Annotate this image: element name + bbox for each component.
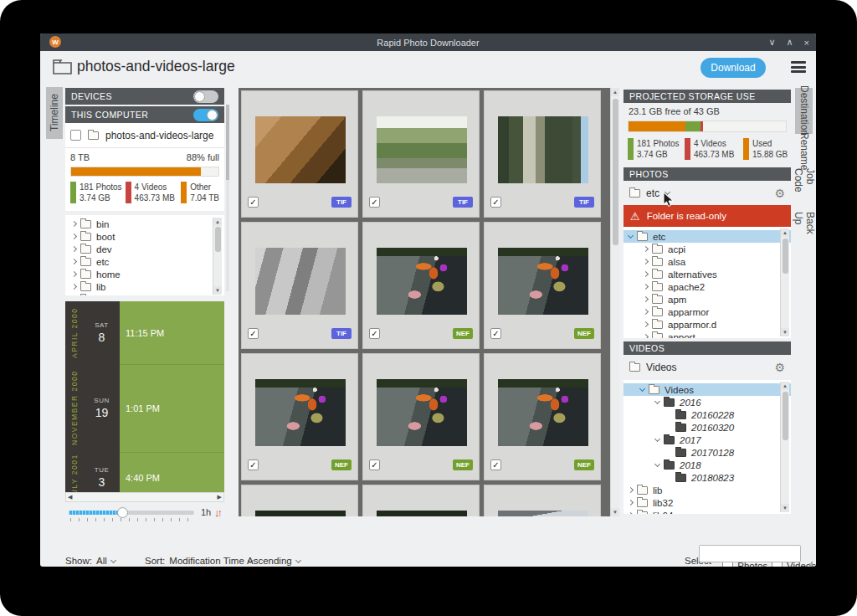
tab-back-up[interactable]: Back Up: [795, 212, 813, 249]
folder-icon: [675, 449, 686, 457]
tree-row[interactable]: 2016: [624, 396, 791, 408]
tree-row[interactable]: 2018: [624, 459, 791, 471]
timeline[interactable]: APRIL 2000 SAT8 11:15 PM NOVEMBER 2000 S…: [65, 301, 224, 492]
maximize-button[interactable]: ∧: [787, 37, 793, 48]
minimize-button[interactable]: ∨: [768, 37, 775, 48]
tree-row-selected[interactable]: Videos: [624, 383, 791, 396]
menu-icon[interactable]: [791, 61, 806, 73]
thumbnail[interactable]: [362, 485, 480, 516]
legend-other: Other7.04 TB: [181, 182, 219, 203]
resize-grip[interactable]: [807, 562, 813, 567]
tree-row[interactable]: home: [65, 268, 224, 280]
gear-icon[interactable]: ⚙: [774, 362, 785, 373]
chevron-right-icon: [643, 296, 649, 302]
timeline-horizontal-scrollbar[interactable]: ◀▶: [65, 492, 224, 502]
this-computer-label: THIS COMPUTER: [71, 110, 148, 120]
tab-rename[interactable]: Rename: [795, 135, 813, 168]
tree-row-selected[interactable]: etc: [624, 230, 791, 243]
tree-row[interactable]: apm: [624, 293, 791, 305]
source-panel-scrollbar[interactable]: [226, 105, 229, 291]
timeline-row[interactable]: NOVEMBER 2000 SUN19 1:01 PM: [65, 364, 224, 452]
folder-icon: [652, 333, 663, 339]
show-filter[interactable]: Show: All: [65, 556, 115, 566]
tree-scrollbar[interactable]: ▲▼: [780, 228, 789, 336]
gear-icon[interactable]: ⚙: [774, 187, 785, 199]
timeline-row[interactable]: JULY 2001 TUE3 4:40 PM: [65, 452, 224, 492]
source-folder-row[interactable]: photos-and-videos-large: [65, 123, 224, 148]
tree-row[interactable]: 2017: [624, 434, 791, 446]
tree-row[interactable]: bin: [65, 218, 224, 230]
tree-row[interactable]: 20170128: [624, 446, 791, 459]
chevron-down-icon: [628, 233, 634, 239]
photos-destination-selector[interactable]: etc ⚙: [624, 182, 791, 204]
status-input[interactable]: [699, 545, 801, 562]
folder-icon: [652, 308, 663, 316]
thumbnail[interactable]: [484, 485, 601, 516]
thumbnail-checkbox[interactable]: [248, 197, 259, 208]
tree-row[interactable]: 20160320: [624, 421, 791, 434]
tree-row[interactable]: boot: [65, 230, 224, 243]
tree-row[interactable]: etc: [65, 255, 224, 268]
grid-scrollbar[interactable]: ▲▼: [610, 88, 619, 516]
thumbnail[interactable]: NEF: [241, 353, 358, 480]
slider-knob[interactable]: [117, 507, 128, 518]
videos-destination-selector[interactable]: Videos ⚙: [624, 356, 791, 378]
timeline-month: JULY 2001: [65, 452, 84, 492]
timeline-row[interactable]: APRIL 2000 SAT8 11:15 PM: [65, 301, 224, 364]
tree-row[interactable]: lib64: [624, 509, 791, 514]
thumbnail-checkbox[interactable]: [490, 328, 501, 339]
download-button[interactable]: Download: [700, 58, 766, 78]
thumbnail-checkbox[interactable]: [369, 197, 380, 208]
tree-row[interactable]: lib32: [65, 293, 224, 295]
tree-row[interactable]: alsa: [624, 255, 791, 268]
tree-row[interactable]: apport: [624, 331, 791, 338]
thumbnail[interactable]: TIF: [362, 90, 480, 218]
thumbnail[interactable]: [241, 485, 358, 516]
tree-row[interactable]: apache2: [624, 280, 791, 293]
thumbnail-checkbox[interactable]: [369, 328, 380, 339]
tree-scrollbar[interactable]: ▲▼: [780, 382, 789, 512]
format-badge: TIF: [574, 197, 594, 208]
tree-row[interactable]: acpi: [624, 243, 791, 255]
tree-row[interactable]: dev: [65, 243, 224, 255]
title-bar[interactable]: W Rapid Photo Downloader ∨ ∧ ×: [40, 33, 816, 51]
thumbnail-checkbox[interactable]: [248, 459, 259, 470]
thumbnail[interactable]: NEF: [484, 353, 601, 480]
tree-row[interactable]: apparmor: [624, 305, 791, 318]
timeline-month: NOVEMBER 2000: [65, 364, 84, 452]
thumbnail[interactable]: TIF: [241, 222, 358, 349]
tree-row[interactable]: apparmor.d: [624, 318, 791, 331]
thumbnail[interactable]: TIF: [241, 90, 358, 218]
thumbnail[interactable]: NEF: [484, 222, 601, 349]
devices-toggle[interactable]: [193, 90, 218, 103]
thumbnail[interactable]: TIF: [484, 90, 601, 218]
tree-row[interactable]: alternatives: [624, 268, 791, 280]
sort-selector[interactable]: Sort: Modification Time: [145, 556, 253, 566]
photo-thumbnail-image: [377, 248, 467, 315]
thumbnail-checkbox[interactable]: [490, 197, 501, 208]
tree-row[interactable]: 20180823: [624, 471, 791, 484]
timeline-time[interactable]: 1:01 PM: [120, 364, 224, 452]
tab-timeline[interactable]: Timeline: [46, 87, 63, 139]
close-button[interactable]: ×: [804, 38, 809, 48]
sort-direction-icon[interactable]: ↓↑: [214, 506, 220, 519]
source-folder-checkbox[interactable]: [70, 130, 81, 141]
thumbnail-checkbox[interactable]: [369, 459, 380, 470]
thumbnail-checkbox[interactable]: [490, 459, 501, 470]
thumbnail-checkbox[interactable]: [248, 328, 259, 339]
tree-scrollbar[interactable]: ▲▼: [213, 218, 222, 295]
tree-row[interactable]: lib: [65, 280, 224, 293]
timeline-time[interactable]: 11:15 PM: [120, 301, 224, 364]
resolution-slider[interactable]: [69, 511, 194, 515]
thumbnail[interactable]: NEF: [362, 222, 480, 349]
sort-order-selector[interactable]: Ascending: [247, 556, 300, 566]
tab-job-code[interactable]: Job Code: [795, 168, 813, 210]
tab-destination[interactable]: Destination: [795, 88, 813, 134]
this-computer-toggle[interactable]: [193, 109, 218, 121]
tree-row[interactable]: lib32: [624, 496, 791, 509]
chevron-right-icon: [643, 284, 649, 290]
tree-row[interactable]: lib: [624, 484, 791, 496]
tree-row[interactable]: 20160228: [624, 408, 791, 421]
thumbnail[interactable]: NEF: [362, 353, 480, 480]
timeline-time[interactable]: 4:40 PM: [120, 452, 224, 492]
